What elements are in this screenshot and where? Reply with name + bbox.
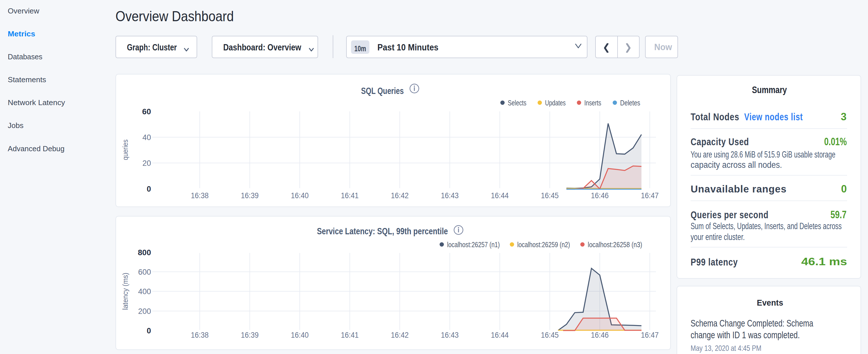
svg-text:16:41: 16:41 [341,331,359,340]
svg-text:16:46: 16:46 [591,191,609,200]
svg-text:16:47: 16:47 [641,191,659,200]
svg-text:40: 40 [143,133,151,142]
svg-text:16:40: 16:40 [291,191,309,200]
svg-text:0: 0 [147,326,151,335]
svg-text:16:45: 16:45 [541,331,559,340]
svg-text:16:40: 16:40 [291,331,309,340]
svg-text:queries: queries [121,139,129,160]
svg-text:16:44: 16:44 [491,191,509,200]
svg-text:200: 200 [138,307,151,316]
svg-text:16:39: 16:39 [241,331,259,340]
svg-text:16:42: 16:42 [391,191,409,200]
svg-text:16:47: 16:47 [641,331,659,340]
svg-text:16:43: 16:43 [441,191,459,200]
svg-text:latency (ms): latency (ms) [121,273,129,310]
svg-text:16:39: 16:39 [241,191,259,200]
svg-text:16:44: 16:44 [491,331,509,340]
svg-text:800: 800 [138,248,151,257]
svg-text:16:45: 16:45 [541,191,559,200]
svg-text:16:38: 16:38 [191,191,209,200]
svg-text:600: 600 [138,268,151,277]
svg-text:0: 0 [147,185,151,193]
svg-text:16:46: 16:46 [591,331,609,340]
svg-text:400: 400 [138,287,151,296]
svg-text:20: 20 [143,159,151,167]
svg-text:16:38: 16:38 [191,331,209,340]
svg-text:16:43: 16:43 [441,331,459,340]
svg-text:16:42: 16:42 [391,331,409,340]
svg-text:60: 60 [142,107,151,116]
svg-text:16:41: 16:41 [341,191,359,200]
